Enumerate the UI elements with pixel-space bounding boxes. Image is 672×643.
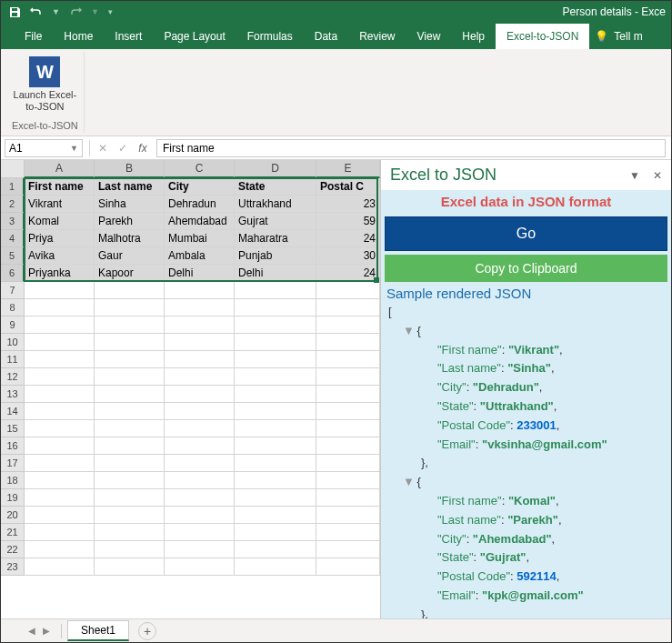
- expand-icon[interactable]: ▼: [403, 473, 414, 492]
- row-header[interactable]: 18: [1, 472, 25, 489]
- cell[interactable]: Malhotra: [95, 230, 165, 247]
- cell[interactable]: Parekh: [95, 213, 165, 230]
- cell[interactable]: [95, 299, 165, 316]
- pane-menu-icon[interactable]: ▼: [629, 169, 640, 182]
- cell[interactable]: [95, 386, 165, 403]
- cell[interactable]: [165, 334, 235, 351]
- cell[interactable]: [95, 351, 165, 368]
- row-header[interactable]: 1: [1, 178, 25, 196]
- cell[interactable]: Delhi: [165, 265, 235, 282]
- cell[interactable]: [25, 386, 95, 403]
- cell[interactable]: [235, 386, 316, 403]
- add-sheet-button[interactable]: +: [138, 622, 156, 640]
- row-header[interactable]: 17: [1, 455, 25, 472]
- cell[interactable]: [25, 437, 95, 455]
- cell[interactable]: Delhi: [235, 265, 316, 282]
- row-header[interactable]: 14: [1, 403, 25, 420]
- cell[interactable]: [95, 558, 165, 576]
- row-header[interactable]: 16: [1, 437, 25, 455]
- cell[interactable]: [25, 334, 95, 351]
- fx-icon[interactable]: fx: [133, 139, 153, 157]
- cell[interactable]: [25, 524, 95, 541]
- undo-icon[interactable]: [30, 5, 43, 18]
- row-header[interactable]: 10: [1, 334, 25, 351]
- cell[interactable]: Dehradun: [165, 196, 235, 213]
- cell[interactable]: [165, 455, 235, 472]
- row-header[interactable]: 8: [1, 299, 25, 316]
- cell[interactable]: [95, 403, 165, 420]
- cell[interactable]: [235, 455, 316, 472]
- redo-dropdown-icon[interactable]: ▼: [91, 7, 99, 16]
- cell[interactable]: [25, 489, 95, 507]
- copy-button[interactable]: Copy to Clipboard: [385, 255, 667, 282]
- cell[interactable]: Priya: [25, 230, 95, 247]
- cell[interactable]: [316, 507, 380, 524]
- row-header[interactable]: 22: [1, 541, 25, 558]
- cell[interactable]: [25, 507, 95, 524]
- cell[interactable]: 23: [316, 196, 380, 213]
- cell[interactable]: Sinha: [95, 196, 165, 213]
- cell[interactable]: [235, 507, 316, 524]
- cell[interactable]: [235, 541, 316, 558]
- cell[interactable]: [235, 558, 316, 576]
- col-header-e[interactable]: E: [316, 160, 380, 178]
- cell[interactable]: [316, 334, 380, 351]
- cell[interactable]: [235, 299, 316, 316]
- tab-insert[interactable]: Insert: [104, 24, 153, 49]
- cell[interactable]: [165, 507, 235, 524]
- expand-icon[interactable]: ▼: [403, 322, 414, 341]
- row-header[interactable]: 7: [1, 282, 25, 299]
- row-header[interactable]: 12: [1, 368, 25, 386]
- cell[interactable]: [165, 541, 235, 558]
- cell[interactable]: Priyanka: [25, 265, 95, 282]
- launch-button[interactable]: W Launch Excel-to-JSON: [14, 54, 77, 113]
- cell[interactable]: [316, 558, 380, 576]
- row-header[interactable]: 13: [1, 386, 25, 403]
- cell[interactable]: [165, 299, 235, 316]
- cell[interactable]: [235, 334, 316, 351]
- tab-help[interactable]: Help: [451, 24, 496, 49]
- save-icon[interactable]: [8, 5, 21, 18]
- tab-page-layout[interactable]: Page Layout: [153, 24, 236, 49]
- header-cell[interactable]: State: [235, 178, 316, 196]
- cell[interactable]: [165, 489, 235, 507]
- spreadsheet-grid[interactable]: A B C D E 1First nameLast nameCityStateP…: [1, 160, 380, 618]
- cell[interactable]: [316, 541, 380, 558]
- cell[interactable]: Maharatra: [235, 230, 316, 247]
- tab-excel-to-json[interactable]: Excel-to-JSON: [496, 24, 589, 49]
- header-cell[interactable]: Postal C: [316, 178, 380, 196]
- tell-me[interactable]: 💡 Tell m: [589, 24, 647, 49]
- cell[interactable]: Gujrat: [235, 213, 316, 230]
- cell[interactable]: [25, 403, 95, 420]
- cell[interactable]: [25, 541, 95, 558]
- row-header[interactable]: 4: [1, 230, 25, 247]
- cell[interactable]: Gaur: [95, 247, 165, 265]
- col-header-a[interactable]: A: [25, 160, 95, 178]
- pane-close-icon[interactable]: ✕: [653, 169, 662, 182]
- sheet-tab[interactable]: Sheet1: [67, 620, 129, 641]
- sheet-prev-icon[interactable]: ◀: [28, 626, 35, 636]
- cell[interactable]: [165, 351, 235, 368]
- redo-icon[interactable]: [69, 5, 82, 18]
- cell[interactable]: [235, 368, 316, 386]
- namebox-dropdown-icon[interactable]: ▼: [70, 144, 78, 153]
- row-header[interactable]: 20: [1, 507, 25, 524]
- header-cell[interactable]: First name: [25, 178, 95, 196]
- cell[interactable]: [25, 282, 95, 299]
- row-header[interactable]: 23: [1, 558, 25, 576]
- cell[interactable]: [25, 368, 95, 386]
- cell[interactable]: [25, 420, 95, 437]
- cell[interactable]: [235, 351, 316, 368]
- cell[interactable]: [235, 437, 316, 455]
- col-header-d[interactable]: D: [235, 160, 316, 178]
- row-header[interactable]: 19: [1, 489, 25, 507]
- undo-dropdown-icon[interactable]: ▼: [52, 7, 60, 16]
- sheet-next-icon[interactable]: ▶: [43, 626, 50, 636]
- cell[interactable]: [165, 472, 235, 489]
- row-header[interactable]: 6: [1, 265, 25, 282]
- cell[interactable]: [95, 472, 165, 489]
- row-header[interactable]: 15: [1, 420, 25, 437]
- cell[interactable]: [316, 299, 380, 316]
- cell[interactable]: [95, 489, 165, 507]
- tab-data[interactable]: Data: [304, 24, 348, 49]
